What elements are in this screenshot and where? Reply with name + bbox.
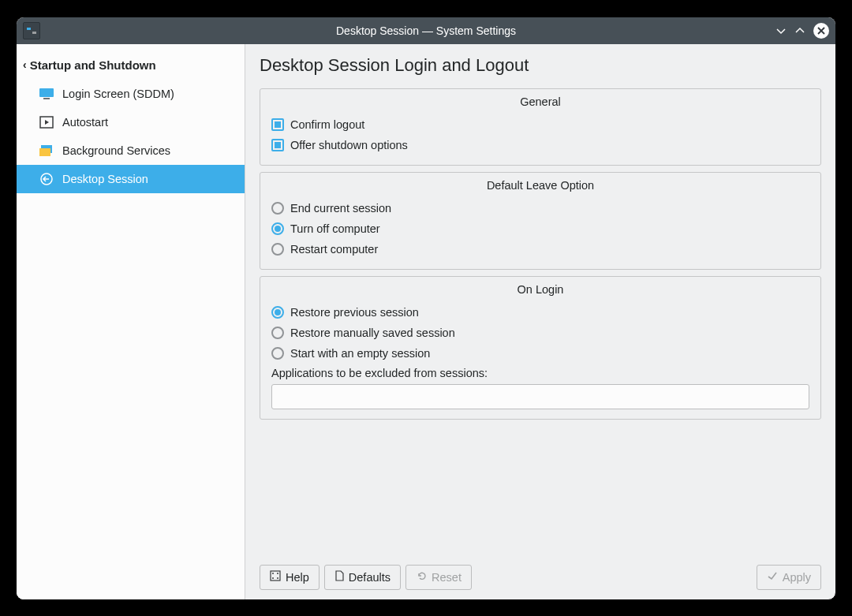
label-exclude-apps: Applications to be excluded from session… (271, 364, 809, 384)
label-restore-manual: Restore manually saved session (290, 327, 455, 339)
reset-label: Reset (432, 571, 462, 584)
window-controls (775, 23, 829, 39)
document-icon (334, 570, 344, 584)
radio-turn-off[interactable] (271, 222, 284, 235)
close-button[interactable] (813, 23, 829, 39)
sidebar-item-label: Autostart (62, 116, 108, 129)
checkbox-offer-shutdown[interactable] (271, 139, 284, 151)
sidebar-item-label: Desktop Session (62, 173, 148, 185)
window: Desktop Session — System Settings ‹ Star… (16, 17, 836, 600)
apply-button[interactable]: Apply (757, 565, 821, 590)
group-title-leave: Default Leave Option (260, 173, 820, 195)
label-confirm-logout: Confirm logout (290, 118, 364, 131)
defaults-button[interactable]: Defaults (324, 565, 401, 590)
breadcrumb[interactable]: ‹ Startup and Shutdown (17, 50, 245, 80)
help-icon (270, 570, 281, 584)
svg-rect-6 (39, 148, 50, 156)
app-icon (23, 22, 40, 39)
svg-point-12 (277, 577, 278, 579)
svg-point-11 (272, 577, 274, 579)
sidebar: ‹ Startup and Shutdown Login Screen (SDD… (17, 44, 245, 599)
radio-restart[interactable] (271, 243, 284, 256)
svg-rect-1 (32, 32, 36, 34)
svg-rect-8 (271, 571, 280, 581)
minimize-button[interactable] (775, 25, 787, 36)
sidebar-item-label: Login Screen (SDDM) (62, 88, 174, 100)
defaults-label: Defaults (349, 571, 390, 584)
window-stack-icon (39, 144, 54, 157)
logout-icon (39, 173, 54, 185)
label-restore-previous: Restore previous session (290, 306, 419, 319)
label-end-session: End current session (290, 202, 391, 215)
reset-button[interactable]: Reset (405, 565, 472, 590)
chevron-left-icon: ‹ (23, 58, 27, 71)
sidebar-item-label: Background Services (62, 144, 170, 157)
help-label: Help (286, 571, 309, 584)
svg-rect-0 (27, 28, 31, 30)
radio-start-empty[interactable] (271, 347, 284, 360)
play-box-icon (39, 116, 54, 129)
apply-label: Apply (783, 571, 811, 584)
svg-rect-2 (39, 88, 54, 97)
page-title: Desktop Session Login and Logout (260, 55, 821, 76)
breadcrumb-label: Startup and Shutdown (30, 58, 156, 72)
radio-end-session[interactable] (271, 202, 284, 215)
undo-icon (416, 570, 427, 584)
checkbox-confirm-logout[interactable] (271, 118, 284, 131)
group-general: General Confirm logout Offer shutdown op… (260, 88, 821, 166)
label-start-empty: Start with an empty session (290, 347, 430, 360)
label-offer-shutdown: Offer shutdown options (290, 139, 408, 151)
sidebar-item-background-services[interactable]: Background Services (17, 136, 245, 165)
group-leave-option: Default Leave Option End current session… (260, 172, 821, 270)
titlebar: Desktop Session — System Settings (17, 17, 835, 44)
sidebar-item-desktop-session[interactable]: Desktop Session (17, 165, 245, 193)
input-exclude-apps[interactable] (271, 384, 809, 409)
radio-restore-previous[interactable] (271, 306, 284, 319)
sidebar-item-autostart[interactable]: Autostart (17, 108, 245, 136)
label-turn-off: Turn off computer (290, 222, 380, 235)
group-on-login: On Login Restore previous session Restor… (260, 276, 821, 420)
monitor-icon (39, 88, 54, 100)
main-panel: Desktop Session Login and Logout General… (245, 44, 835, 599)
maximize-button[interactable] (794, 25, 805, 36)
svg-point-9 (272, 573, 274, 574)
content: ‹ Startup and Shutdown Login Screen (SDD… (17, 44, 835, 599)
check-icon (767, 570, 778, 584)
footer: Help Defaults Reset (260, 557, 821, 590)
label-restart: Restart computer (290, 243, 378, 256)
svg-rect-3 (43, 98, 50, 99)
group-title-onlogin: On Login (260, 277, 820, 299)
svg-point-10 (277, 573, 278, 574)
sidebar-item-login-screen[interactable]: Login Screen (SDDM) (17, 80, 245, 108)
help-button[interactable]: Help (260, 565, 320, 590)
group-title-general: General (260, 89, 820, 111)
radio-restore-manual[interactable] (271, 327, 284, 339)
window-title: Desktop Session — System Settings (336, 24, 516, 37)
